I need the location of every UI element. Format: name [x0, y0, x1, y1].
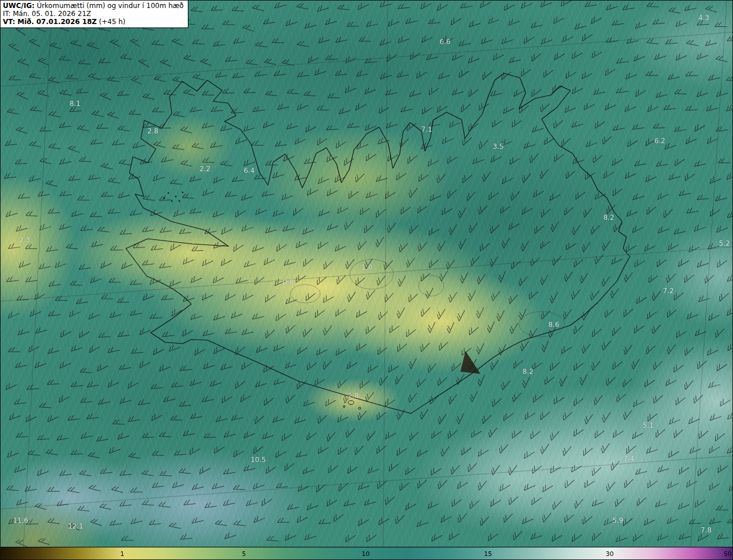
init-time: Mán. 05. 01. 2026 21Z: [13, 10, 91, 18]
map-overlay: [1, 1, 733, 547]
init-label: IT:: [3, 10, 11, 18]
precip-contour: [419, 275, 444, 296]
valid-label: VT:: [3, 18, 15, 26]
wind-barbs-layer: [3, 1, 733, 546]
valid-time: Mið. 07.01.2026 18Z: [17, 18, 97, 26]
colorbar-tick-10: 10: [361, 547, 369, 560]
precip-contour: [350, 259, 393, 289]
title-line: UWC/IG: Úrkomumætti (mm) og vindur í 100…: [3, 2, 184, 10]
skerry-dot: [168, 192, 170, 194]
map-title-box: UWC/IG: Úrkomumætti (mm) og vindur í 100…: [1, 1, 188, 28]
precip-contour: [290, 285, 320, 303]
precipitation-colorbar: 1510153050: [1, 547, 733, 560]
init-time-line: IT: Mán. 05. 01. 2026 21Z: [3, 10, 184, 18]
vestmannaeyjar-islet: [344, 406, 345, 408]
weather-map-page: 4.36.68.12.87.13.56.26.42.22.38.25.21.00…: [0, 0, 733, 560]
precipitation-wind-map: 4.36.68.12.87.13.56.26.42.22.38.25.21.00…: [1, 1, 733, 547]
iceland-coastline: [126, 73, 630, 413]
valid-time-line: VT: Mið. 07.01.2026 18Z (+45 h): [3, 18, 184, 26]
skerry-dot: [175, 196, 177, 198]
colorbar-tick-1: 1: [120, 547, 124, 560]
skerry-dot: [182, 192, 184, 194]
colorbar-tick-50: 50: [724, 547, 732, 560]
colorbar-tick-5: 5: [242, 547, 246, 560]
colorbar-tick-30: 30: [606, 547, 614, 560]
skerry-dot: [179, 200, 180, 202]
skerry-dot: [171, 200, 173, 202]
coastline-path: [126, 73, 630, 413]
skerry-dot: [164, 198, 165, 199]
graticule-lines: [1, 1, 733, 547]
colorbar-tick-15: 15: [484, 547, 492, 560]
lead-time: (+45 h): [99, 18, 125, 26]
map-title: Úrkomumætti (mm) og vindur í 100m hæð: [37, 2, 184, 10]
model-label: UWC/IG:: [3, 2, 34, 10]
vestmannaeyjar-islet: [358, 407, 361, 409]
precip-contour: [519, 311, 565, 337]
vestmannaeyjar-islet: [348, 401, 354, 405]
